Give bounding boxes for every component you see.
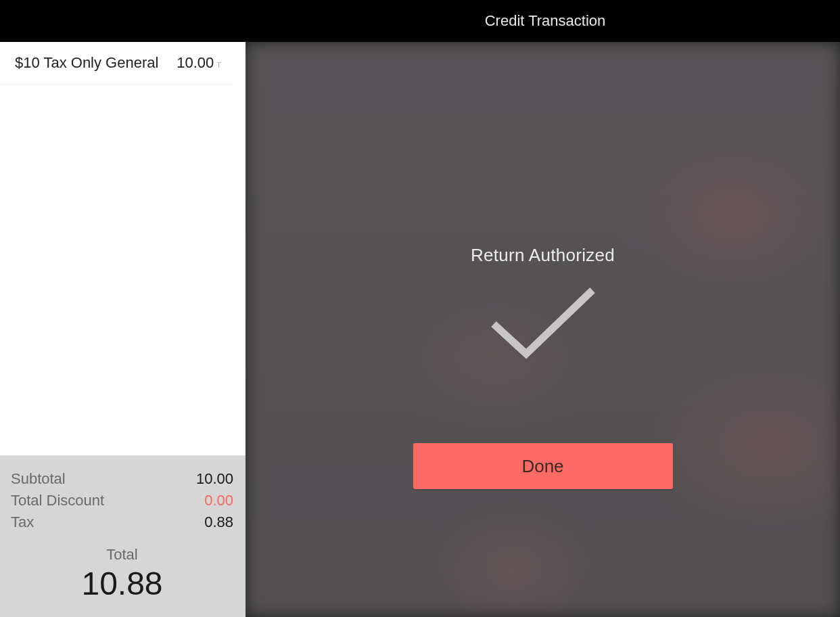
order-sidebar: $10 Tax Only General 10.00 T Subtotal 10… bbox=[0, 42, 246, 617]
discount-label: Total Discount bbox=[11, 492, 104, 509]
tax-label: Tax bbox=[11, 513, 34, 531]
status-text: Return Authorized bbox=[471, 245, 615, 266]
tax-row: Tax 0.88 bbox=[11, 513, 233, 531]
line-items-list: $10 Tax Only General 10.00 T bbox=[0, 42, 246, 454]
grand-total-value: 10.88 bbox=[11, 565, 233, 602]
totals-panel: Subtotal 10.00 Total Discount 0.00 Tax 0… bbox=[0, 455, 246, 617]
done-button[interactable]: Done bbox=[413, 443, 673, 489]
line-item-price-wrap: 10.00 T bbox=[177, 54, 221, 72]
header-title: Credit Transaction bbox=[485, 12, 606, 30]
subtotal-row: Subtotal 10.00 bbox=[11, 470, 233, 488]
grand-total: Total 10.88 bbox=[11, 546, 233, 602]
subtotal-value: 10.00 bbox=[196, 470, 233, 488]
checkmark-icon bbox=[486, 282, 601, 366]
subtotal-label: Subtotal bbox=[11, 470, 66, 488]
tax-value: 0.88 bbox=[204, 513, 233, 531]
main-content: Return Authorized Done bbox=[246, 42, 840, 617]
header-bar: Credit Transaction bbox=[0, 0, 840, 42]
discount-value: 0.00 bbox=[204, 492, 233, 509]
line-item-price: 10.00 bbox=[177, 54, 214, 72]
grand-total-label: Total bbox=[11, 546, 233, 564]
main-panel: Return Authorized Done bbox=[246, 42, 840, 617]
line-item-label: $10 Tax Only General bbox=[15, 54, 158, 72]
discount-row: Total Discount 0.00 bbox=[11, 492, 233, 509]
line-item[interactable]: $10 Tax Only General 10.00 T bbox=[0, 42, 233, 85]
line-item-tax-suffix: T bbox=[216, 61, 221, 69]
